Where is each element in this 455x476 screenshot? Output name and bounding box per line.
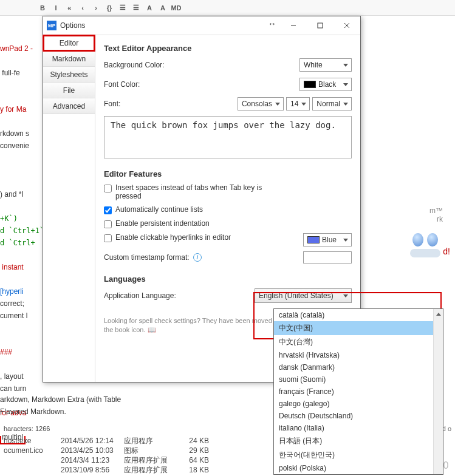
- language-option[interactable]: suomi (Suomi): [274, 373, 443, 386]
- language-option[interactable]: 한국어(대한민국): [274, 448, 443, 462]
- file-row[interactable]: 2013/10/9 8:56应用程序扩展18 KB: [0, 465, 261, 475]
- preview-pane-peek: m™ rk: [408, 206, 443, 257]
- features-heading: Editor Features: [104, 169, 352, 178]
- scroll-up-icon[interactable]: [434, 309, 443, 319]
- app-language-label: Application Language:: [104, 291, 255, 300]
- toolbar-btn[interactable]: A: [157, 2, 169, 14]
- app-icon: MP: [47, 21, 56, 30]
- tab-editor[interactable]: Editor: [43, 35, 95, 51]
- language-option[interactable]: hrvatski (Hrvatska): [274, 349, 443, 361]
- toolbar-btn[interactable]: ›: [90, 2, 102, 14]
- language-option[interactable]: polski (Polska): [274, 462, 443, 474]
- bgcolor-select[interactable]: White: [299, 58, 352, 72]
- tab-file[interactable]: File: [43, 83, 95, 98]
- toolbar-btn[interactable]: MD: [170, 2, 182, 14]
- svg-rect-1: [318, 23, 323, 28]
- status-bar: haracters: 1266: [0, 425, 50, 436]
- file-row[interactable]: 2014/3/4 11:23应用程序扩展64 KB: [0, 455, 261, 465]
- bg-bottom-lines: arkdown, Markdown Extra (with Table Flav…: [0, 393, 121, 418]
- language-option[interactable]: italiano (Italia): [274, 422, 443, 434]
- dialog-titlebar: MP Options: [43, 16, 360, 35]
- language-dropdown[interactable]: català (català)中文(中国)中文(台灣)hrvatski (Hrv…: [273, 308, 443, 475]
- color-swatch-icon: [307, 236, 320, 243]
- timestamp-input[interactable]: [303, 251, 352, 264]
- tab-advanced[interactable]: Advanced: [43, 98, 95, 114]
- language-option[interactable]: 中文(台灣): [274, 335, 443, 349]
- tab-stylesheets[interactable]: Stylesheets: [43, 67, 95, 83]
- red-text-peek: d!: [443, 246, 450, 256]
- chk-insert-spaces-label: Insert spaces instead of tabs when Tab k…: [115, 183, 279, 200]
- language-option[interactable]: català (català): [274, 309, 443, 321]
- appearance-heading: Text Editor Appearance: [104, 44, 352, 53]
- main-toolbar: B I « ‹ › {} ☰ ☰ A A MD: [0, 0, 455, 16]
- toolbar-btn[interactable]: I: [50, 2, 62, 14]
- options-tablist: Editor Markdown Stylesheets File Advance…: [43, 35, 95, 382]
- fontcolor-label: Font Color:: [104, 80, 299, 89]
- font-label: Font:: [104, 100, 235, 108]
- toolbar-btn[interactable]: {}: [103, 2, 115, 14]
- file-row[interactable]: host.exe2014/5/26 12:14应用程序24 KB: [0, 436, 261, 446]
- language-option[interactable]: 日本語 (日本): [274, 434, 443, 448]
- chk-continue-lists[interactable]: [104, 206, 112, 214]
- language-option[interactable]: dansk (Danmark): [274, 361, 443, 373]
- info-icon[interactable]: i: [193, 253, 202, 262]
- chk-persistent-indent[interactable]: [104, 220, 112, 228]
- languages-heading: Languages: [104, 274, 352, 284]
- font-weight-select[interactable]: Normal: [312, 97, 352, 110]
- language-option[interactable]: galego (galego): [274, 398, 443, 410]
- tab-markdown[interactable]: Markdown: [43, 51, 95, 67]
- bgcolor-label: Background Color:: [104, 61, 299, 69]
- toolbar-btn[interactable]: B: [36, 2, 49, 14]
- toolbar-btn[interactable]: ☰: [117, 2, 129, 14]
- maximize-button[interactable]: [307, 17, 334, 34]
- font-size-select[interactable]: 14: [286, 97, 310, 110]
- link-color-select[interactable]: Blue: [303, 233, 352, 246]
- file-list: host.exe2014/5/26 12:14应用程序24 KBocument.…: [0, 436, 261, 475]
- toolbar-btn[interactable]: A: [143, 2, 156, 14]
- chk-clickable-links-label: Enable clickable hyperlinks in editor: [115, 233, 231, 242]
- logo-image: [408, 228, 443, 257]
- background-editor: wnPad 2 - full-fe y for Ma rkdown s conv…: [0, 30, 43, 443]
- chk-clickable-links[interactable]: [104, 234, 112, 242]
- minimize-button[interactable]: [280, 17, 307, 34]
- toolbar-btn[interactable]: ‹: [77, 2, 89, 14]
- file-row[interactable]: ocument.ico2013/4/25 10:03图标29 KB: [0, 446, 261, 455]
- font-family-select[interactable]: Consolas: [238, 97, 284, 110]
- font-preview: The quick brown fox jumps over the lazy …: [104, 116, 352, 158]
- chk-insert-spaces[interactable]: [104, 185, 112, 192]
- language-option[interactable]: 中文(中国): [274, 321, 443, 335]
- color-swatch-icon: [304, 81, 316, 88]
- language-option[interactable]: français (France): [274, 386, 443, 398]
- fontcolor-select[interactable]: Black: [299, 78, 352, 91]
- chk-persistent-indent-label: Enable persistent indentation: [115, 219, 210, 228]
- toolbar-btn[interactable]: «: [63, 2, 75, 14]
- timestamp-label: Custom timestamp format:: [104, 253, 190, 262]
- resize-handle-icon[interactable]: ↔: [268, 19, 276, 29]
- chk-continue-lists-label: Automatically continue lists: [115, 205, 203, 214]
- language-option[interactable]: Deutsch (Deutschland): [274, 410, 443, 422]
- dropdown-scrollbar[interactable]: [433, 309, 443, 474]
- close-button[interactable]: [334, 17, 360, 34]
- toolbar-btn[interactable]: ☰: [130, 2, 142, 14]
- dialog-title: Options: [60, 21, 280, 30]
